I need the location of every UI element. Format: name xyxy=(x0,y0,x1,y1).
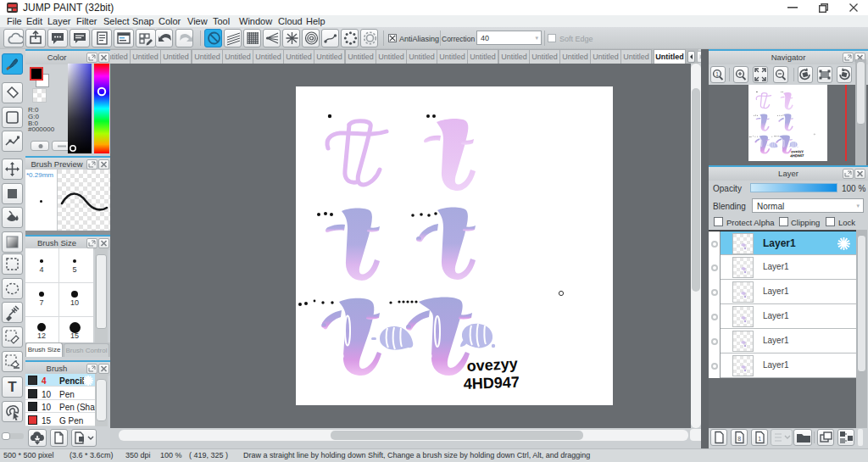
svg-text:1: 1 xyxy=(758,436,761,442)
svg-text:T: T xyxy=(8,379,17,395)
svg-text:8: 8 xyxy=(737,436,741,442)
svg-text:1: 1 xyxy=(715,71,719,77)
